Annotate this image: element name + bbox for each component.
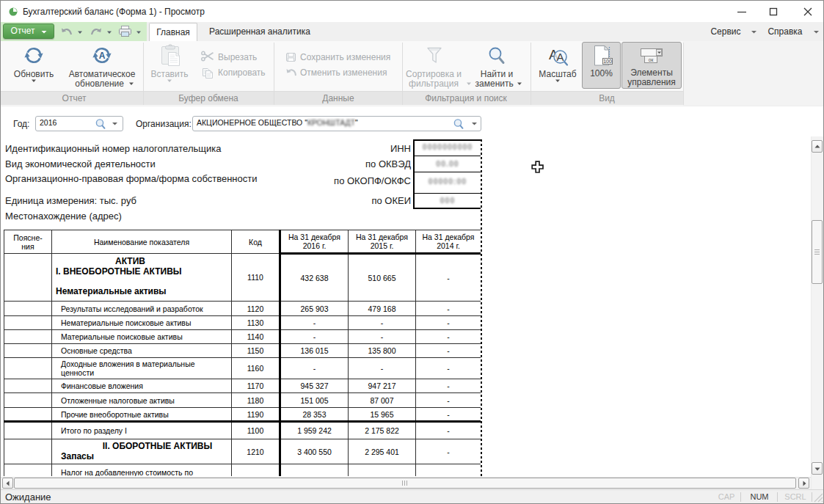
svg-text:100: 100 xyxy=(603,59,612,64)
svg-text:A: A xyxy=(99,51,106,61)
svg-text:ок: ок xyxy=(649,57,654,62)
svg-text:A: A xyxy=(557,51,564,63)
